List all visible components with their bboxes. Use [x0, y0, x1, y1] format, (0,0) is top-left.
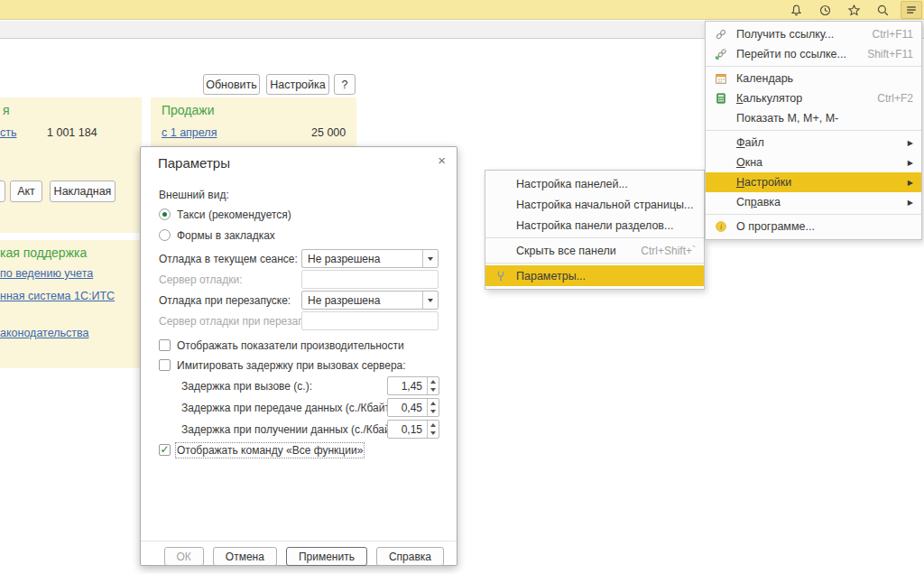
debt-link-fragment[interactable]: сть [0, 126, 17, 139]
panel-header-fragment: я [3, 103, 10, 117]
invoice-button[interactable]: Накладная [50, 181, 116, 202]
main-menu-hamburger-icon[interactable] [901, 1, 922, 19]
app-window: Обновить Настройка ? я сть 1 001 184 Акт… [0, 0, 924, 574]
menu-item-settings[interactable]: Настройки ▶ [706, 172, 921, 192]
menu-item-help[interactable]: Справка ▶ [706, 192, 921, 212]
goto-link-icon [714, 47, 728, 61]
delay-call-label: Задержка при вызове (с.): [181, 380, 312, 393]
menu-item-show-memory[interactable]: Показать М, М+, М- [706, 108, 921, 128]
submenu-arrow-icon: ▶ [908, 179, 913, 187]
top-panel [0, 0, 924, 20]
favorites-star-icon[interactable] [843, 1, 864, 19]
menu-item-sections-panel-setup[interactable]: Настройка панели разделов... [485, 215, 704, 236]
dialog-title: Параметры [158, 155, 230, 171]
cutoff-button[interactable] [0, 181, 5, 202]
radio-forms-control[interactable] [159, 229, 171, 241]
menu-separator [706, 214, 921, 215]
history-icon[interactable] [814, 1, 836, 19]
menu-item-calendar[interactable]: Календарь [706, 69, 921, 88]
support-link-1[interactable]: по ведению учета [0, 267, 93, 280]
dialog-separator [141, 541, 457, 542]
act-button[interactable]: Акт [10, 181, 42, 202]
debug-current-combo[interactable]: Не разрешена [301, 249, 439, 268]
menu-item-panels-setup[interactable]: Настройка панелей... [485, 173, 704, 194]
calculator-icon [714, 91, 728, 106]
spinner-arrows-icon[interactable] [427, 377, 439, 394]
menu-item-file[interactable]: Файл ▶ [706, 133, 921, 153]
settings-submenu: Настройка панелей... Настройка начальной… [485, 170, 705, 290]
notifications-bell-icon[interactable] [785, 1, 807, 19]
menu-item-start-page-setup[interactable]: Настройка начальной страницы... [485, 194, 704, 215]
menu-item-parameters[interactable]: Параметры... [485, 265, 704, 286]
submenu-arrow-icon: ▶ [908, 199, 913, 207]
settings-button[interactable]: Настройка [266, 74, 329, 95]
parameters-dialog: Параметры × Внешний вид: Такси (рекоменд… [140, 146, 457, 566]
search-icon[interactable] [872, 1, 893, 19]
debug-server-label: Сервер отладки: [159, 273, 243, 286]
checkbox-all-functions[interactable]: ✓ Отображать команду «Все функции» [159, 440, 363, 459]
debug-restart-label: Отладка при перезапуске: [159, 294, 291, 307]
apply-button[interactable]: Применить [286, 547, 367, 566]
menu-item-about[interactable]: i О программе... [706, 217, 921, 236]
sales-value: 25 000 [311, 126, 346, 139]
wrench-icon [494, 269, 508, 283]
delay-transfer-label: Задержка при передаче данных (с./Кбайт): [181, 402, 396, 414]
menu-item-windows[interactable]: Окна ▶ [706, 153, 921, 172]
delay-transfer-spinner[interactable]: 0,45 [387, 398, 439, 417]
menu-separator [706, 66, 921, 67]
calendar-icon [714, 71, 728, 86]
debt-value: 1 001 184 [47, 126, 97, 139]
debts-panel: я сть 1 001 184 Акт Накладная [0, 97, 142, 233]
menu-item-calculator[interactable]: Калькулятор Ctrl+F2 [706, 88, 921, 108]
support-panel: кая поддержка по ведению учета нная сист… [0, 240, 142, 368]
help-button[interactable]: ? [334, 74, 356, 95]
menu-item-go-to-link[interactable]: Перейти по ссылке...Shift+F11 [706, 44, 921, 64]
appearance-label: Внешний вид: [159, 189, 229, 201]
menu-separator [485, 237, 704, 238]
spinner-arrows-icon[interactable] [427, 399, 439, 416]
sales-period-link[interactable]: с 1 апреля [162, 126, 217, 139]
delay-receive-label: Задержка при получении данных (с./Кбайт)… [181, 423, 402, 436]
delay-receive-spinner[interactable]: 0,15 [387, 420, 439, 439]
debug-restart-combo[interactable]: Не разрешена [301, 291, 439, 310]
checkbox-performance[interactable]: Отображать показатели производительности [159, 336, 404, 355]
debug-server-input[interactable] [301, 270, 439, 289]
support-panel-title-fragment: кая поддержка [0, 245, 87, 260]
help-dialog-button[interactable]: Справка [376, 547, 444, 566]
menu-item-get-link[interactable]: Получить ссылку...Ctrl+F11 [706, 24, 921, 44]
radio-forms-in-tabs[interactable]: Формы в закладках [159, 226, 275, 245]
menu-separator [706, 130, 921, 131]
main-menu: Получить ссылку...Ctrl+F11 Перейти по сс… [705, 21, 922, 240]
radio-taxi-control[interactable] [159, 208, 171, 220]
refresh-button[interactable]: Обновить [203, 74, 260, 95]
sales-panel-title: Продажи [162, 103, 214, 117]
checkbox-performance-control[interactable] [159, 339, 171, 351]
ok-button[interactable]: ОК [164, 547, 204, 566]
checkbox-all-functions-control[interactable]: ✓ [159, 444, 171, 456]
submenu-arrow-icon: ▶ [908, 159, 913, 167]
checkbox-simulate-delay[interactable]: Имитировать задержку при вызовах сервера… [159, 356, 406, 375]
debug-server-restart-input[interactable] [301, 311, 439, 330]
support-link-2[interactable]: нная система 1С:ИТС [0, 290, 115, 302]
svg-text:i: i [720, 223, 722, 231]
close-icon[interactable]: × [438, 153, 446, 168]
debug-current-label: Отладка в текущем сеансе: [159, 253, 298, 265]
spinner-arrows-icon[interactable] [427, 421, 439, 438]
menu-item-hide-all-panels[interactable]: Скрыть все панелиCtrl+Shift+` [485, 240, 704, 261]
checkbox-simulate-delay-control[interactable] [159, 359, 171, 371]
submenu-arrow-icon: ▶ [908, 139, 913, 147]
radio-taxi[interactable]: Такси (рекомендуется) [159, 205, 291, 224]
info-icon: i [714, 219, 728, 234]
delay-call-spinner[interactable]: 1,45 [387, 376, 439, 395]
link-icon [714, 27, 728, 42]
menu-separator [485, 263, 704, 264]
sales-panel: Продажи с 1 апреля 25 000 [151, 97, 356, 146]
support-link-3[interactable]: аконодательства [0, 327, 88, 339]
cancel-button[interactable]: Отмена [213, 547, 277, 566]
chevron-down-icon[interactable] [422, 292, 438, 309]
chevron-down-icon[interactable] [422, 250, 438, 267]
